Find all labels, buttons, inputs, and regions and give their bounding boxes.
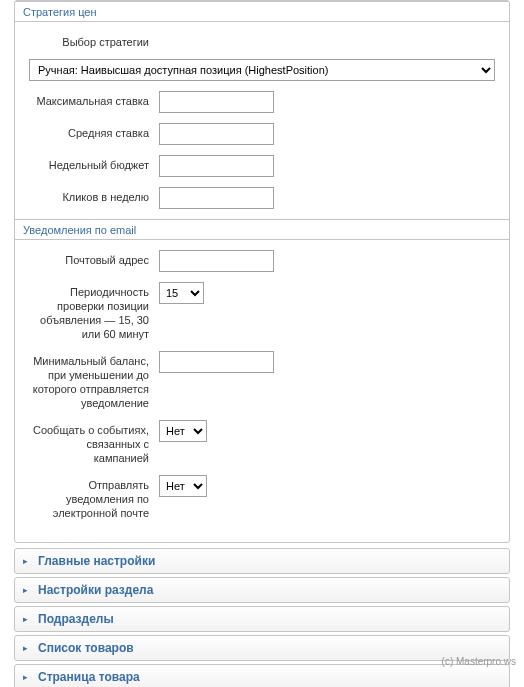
chevron-right-icon: ▸ <box>23 643 28 653</box>
avg-bid-label: Средняя ставка <box>29 123 159 140</box>
strategy-label: Выбор стратегии <box>29 32 159 49</box>
chevron-right-icon: ▸ <box>23 556 28 566</box>
send-email-label: Отправлять уведомления по электронной по… <box>29 475 159 520</box>
accordion-product-page[interactable]: ▸ Страница товара <box>14 664 510 687</box>
accordion-title: Настройки раздела <box>38 583 153 597</box>
min-balance-label: Минимальный баланс, при уменьшении до ко… <box>29 351 159 410</box>
clicks-week-label: Кликов в неделю <box>29 187 159 204</box>
chevron-right-icon: ▸ <box>23 585 28 595</box>
accordion-title: Список товаров <box>38 641 134 655</box>
check-interval-select[interactable]: 15 <box>159 282 204 304</box>
accordion-product-list[interactable]: ▸ Список товаров <box>14 635 510 661</box>
weekly-budget-label: Недельный бюджет <box>29 155 159 172</box>
avg-bid-input[interactable] <box>159 123 274 145</box>
campaign-events-select[interactable]: Нет <box>159 420 207 442</box>
footer-credit: (с) Masterpro.ws <box>442 656 516 667</box>
send-email-select[interactable]: Нет <box>159 475 207 497</box>
clicks-week-input[interactable] <box>159 187 274 209</box>
pricing-section-header: Стратегия цен <box>15 1 509 22</box>
max-bid-label: Максимальная ставка <box>29 91 159 108</box>
accordion-title: Подразделы <box>38 612 114 626</box>
email-section-title: Уведомления по email <box>23 224 136 236</box>
accordion: ▸ Главные настройки ▸ Настройки раздела … <box>14 548 510 687</box>
campaign-events-label: Сообщать о событиях, связанных с кампани… <box>29 420 159 465</box>
chevron-right-icon: ▸ <box>23 672 28 682</box>
min-balance-input[interactable] <box>159 351 274 373</box>
email-address-input[interactable] <box>159 250 274 272</box>
accordion-section-settings[interactable]: ▸ Настройки раздела <box>14 577 510 603</box>
accordion-title: Главные настройки <box>38 554 155 568</box>
pricing-section-title: Стратегия цен <box>23 6 97 18</box>
email-section-header: Уведомления по email <box>15 219 509 240</box>
email-address-label: Почтовый адрес <box>29 250 159 267</box>
max-bid-input[interactable] <box>159 91 274 113</box>
accordion-title: Страница товара <box>38 670 140 684</box>
weekly-budget-input[interactable] <box>159 155 274 177</box>
settings-panel: Стратегия цен Выбор стратегии Ручная: На… <box>14 0 510 543</box>
accordion-subsections[interactable]: ▸ Подразделы <box>14 606 510 632</box>
check-interval-label: Периодичность проверки позиции объявлени… <box>29 282 159 341</box>
chevron-right-icon: ▸ <box>23 614 28 624</box>
accordion-main-settings[interactable]: ▸ Главные настройки <box>14 548 510 574</box>
strategy-select[interactable]: Ручная: Наивысшая доступная позиция (Hig… <box>29 59 495 81</box>
